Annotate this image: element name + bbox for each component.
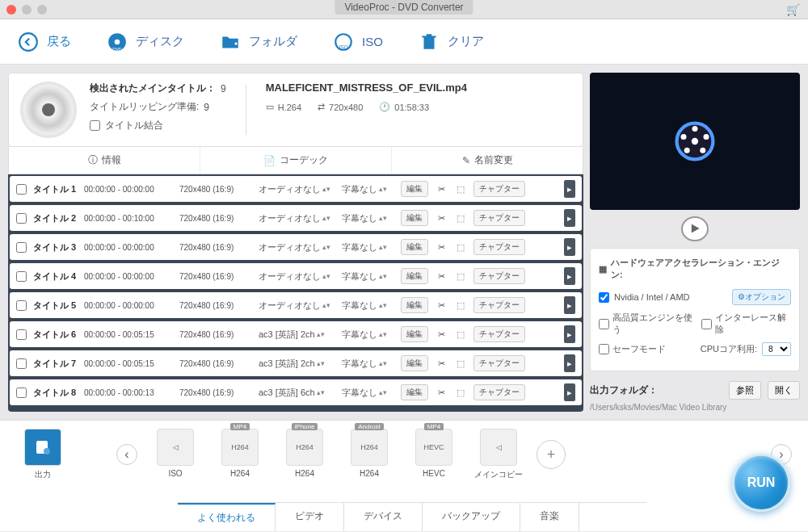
chapter-button[interactable]: チャプター — [473, 268, 525, 284]
title-row[interactable]: タイトル 2 00:00:00 - 00:10:00 720x480 (16:9… — [10, 205, 582, 231]
edit-button[interactable]: 編集 — [401, 181, 428, 197]
merge-titles-checkbox[interactable] — [90, 120, 100, 131]
run-button[interactable]: RUN — [732, 454, 790, 512]
expand-row-button[interactable]: ▸ — [564, 354, 575, 372]
title-audio-select[interactable]: ac3 [英語] 2ch ▴▾ — [259, 329, 335, 341]
cart-icon[interactable]: 🛒 — [786, 3, 800, 16]
minimize-window-button[interactable] — [22, 5, 32, 15]
preset-item[interactable]: MP4 H264 H264 — [213, 429, 267, 480]
deinterlace-checkbox[interactable] — [701, 319, 712, 329]
title-audio-select[interactable]: オーディオなし ▴▾ — [259, 241, 335, 253]
title-audio-select[interactable]: オーディオなし ▴▾ — [259, 212, 335, 224]
chapter-icon[interactable]: ⬚ — [454, 386, 467, 399]
title-audio-select[interactable]: オーディオなし ▴▾ — [259, 270, 335, 283]
title-row[interactable]: タイトル 1 00:00:00 - 00:00:00 720x480 (16:9… — [10, 176, 582, 202]
chapter-button[interactable]: チャプター — [473, 297, 525, 313]
title-checkbox[interactable] — [16, 329, 27, 340]
close-window-button[interactable] — [6, 5, 16, 15]
expand-row-button[interactable]: ▸ — [564, 180, 575, 198]
chapter-button[interactable]: チャプター — [473, 210, 525, 226]
title-subtitle-select[interactable]: 字幕なし ▴▾ — [342, 358, 394, 370]
title-checkbox[interactable] — [16, 300, 27, 311]
title-audio-select[interactable]: ac3 [英語] 2ch ▴▾ — [259, 358, 335, 370]
browse-button[interactable]: 参照 — [729, 381, 761, 400]
iso-button[interactable]: ISO ISO — [331, 30, 383, 54]
title-subtitle-select[interactable]: 字幕なし ▴▾ — [342, 300, 394, 312]
title-audio-select[interactable]: ac3 [英語] 6ch ▴▾ — [259, 387, 335, 399]
cut-icon[interactable]: ✂ — [435, 386, 448, 399]
title-audio-select[interactable]: オーディオなし ▴▾ — [259, 300, 335, 312]
title-checkbox[interactable] — [16, 387, 27, 398]
cut-icon[interactable]: ✂ — [435, 299, 448, 312]
title-checkbox[interactable] — [16, 271, 27, 282]
chapter-icon[interactable]: ⬚ — [454, 270, 467, 283]
title-row[interactable]: タイトル 5 00:00:00 - 00:00:00 720x480 (16:9… — [10, 292, 582, 318]
gpu-checkbox[interactable] — [599, 292, 609, 303]
cut-icon[interactable]: ✂ — [435, 270, 448, 283]
title-row[interactable]: タイトル 3 00:00:00 - 00:00:00 720x480 (16:9… — [10, 234, 582, 260]
cut-icon[interactable]: ✂ — [435, 328, 448, 341]
clear-button[interactable]: クリア — [417, 30, 484, 54]
edit-button[interactable]: 編集 — [401, 326, 428, 342]
expand-row-button[interactable]: ▸ — [564, 325, 575, 343]
title-subtitle-select[interactable]: 字幕なし ▴▾ — [342, 241, 394, 253]
preset-item[interactable]: Android H264 H264 — [343, 429, 396, 480]
tab-popular[interactable]: よく使われる — [178, 503, 276, 531]
folder-button[interactable]: フォルダ — [218, 30, 297, 54]
edit-button[interactable]: 編集 — [401, 239, 428, 255]
expand-row-button[interactable]: ▸ — [564, 383, 575, 401]
preset-prev-button[interactable]: ‹ — [116, 444, 137, 465]
cut-icon[interactable]: ✂ — [435, 357, 448, 370]
play-button[interactable] — [681, 216, 709, 241]
maximize-window-button[interactable] — [37, 5, 47, 15]
chapter-button[interactable]: チャプター — [473, 239, 525, 255]
edit-button[interactable]: 編集 — [401, 355, 428, 371]
title-row[interactable]: タイトル 4 00:00:00 - 00:00:00 720x480 (16:9… — [10, 263, 582, 289]
expand-row-button[interactable]: ▸ — [564, 209, 575, 227]
title-subtitle-select[interactable]: 字幕なし ▴▾ — [342, 212, 394, 224]
preset-item[interactable]: iPhone H264 H264 — [278, 429, 331, 480]
chapter-icon[interactable]: ⬚ — [454, 212, 467, 224]
preset-item[interactable]: ◁ ISO — [149, 429, 202, 480]
add-preset-button[interactable]: + — [537, 440, 566, 469]
expand-row-button[interactable]: ▸ — [564, 296, 575, 314]
hw-options-button[interactable]: ⚙オプション — [732, 289, 791, 305]
chapter-button[interactable]: チャプター — [473, 181, 525, 197]
title-checkbox[interactable] — [16, 213, 27, 224]
title-checkbox[interactable] — [16, 184, 27, 195]
title-checkbox[interactable] — [16, 358, 27, 369]
title-row[interactable]: タイトル 6 00:00:00 - 00:05:15 720x480 (16:9… — [10, 321, 582, 347]
edit-button[interactable]: 編集 — [401, 210, 428, 226]
title-subtitle-select[interactable]: 字幕なし ▴▾ — [342, 387, 394, 399]
cut-icon[interactable]: ✂ — [435, 212, 448, 224]
safemode-checkbox[interactable] — [599, 344, 609, 354]
expand-row-button[interactable]: ▸ — [564, 267, 575, 285]
disc-button[interactable]: DVD ディスク — [105, 30, 184, 54]
chapter-icon[interactable]: ⬚ — [454, 357, 467, 370]
title-subtitle-select[interactable]: 字幕なし ▴▾ — [342, 270, 394, 283]
cut-icon[interactable]: ✂ — [435, 182, 448, 195]
tab-music[interactable]: 音楽 — [520, 503, 579, 531]
tab-info[interactable]: ⓘ情報 — [9, 147, 200, 174]
tab-codec[interactable]: 📄コーデック — [200, 147, 392, 174]
title-row[interactable]: タイトル 8 00:00:00 - 00:00:13 720x480 (16:9… — [10, 379, 582, 405]
output-settings-button[interactable]: 出力 — [16, 429, 69, 480]
title-subtitle-select[interactable]: 字幕なし ▴▾ — [342, 329, 394, 341]
chapter-icon[interactable]: ⬚ — [454, 182, 467, 195]
edit-button[interactable]: 編集 — [401, 268, 428, 284]
title-row[interactable]: タイトル 7 00:00:00 - 00:05:15 720x480 (16:9… — [10, 350, 582, 376]
back-button[interactable]: 戻る — [16, 30, 71, 54]
preset-item[interactable]: ◁ メインコピー — [472, 429, 525, 480]
chapter-button[interactable]: チャプター — [473, 355, 525, 371]
hq-engine-checkbox[interactable] — [599, 319, 609, 329]
tab-rename[interactable]: ✎名前変更 — [392, 147, 583, 174]
edit-button[interactable]: 編集 — [401, 384, 428, 400]
expand-row-button[interactable]: ▸ — [564, 238, 575, 256]
cut-icon[interactable]: ✂ — [435, 241, 448, 253]
tab-backup[interactable]: バックアップ — [423, 503, 520, 531]
title-audio-select[interactable]: オーディオなし ▴▾ — [259, 183, 335, 195]
title-checkbox[interactable] — [16, 242, 27, 253]
chapter-icon[interactable]: ⬚ — [454, 299, 467, 312]
tab-device[interactable]: デバイス — [344, 503, 423, 531]
tab-video[interactable]: ビデオ — [276, 503, 344, 531]
